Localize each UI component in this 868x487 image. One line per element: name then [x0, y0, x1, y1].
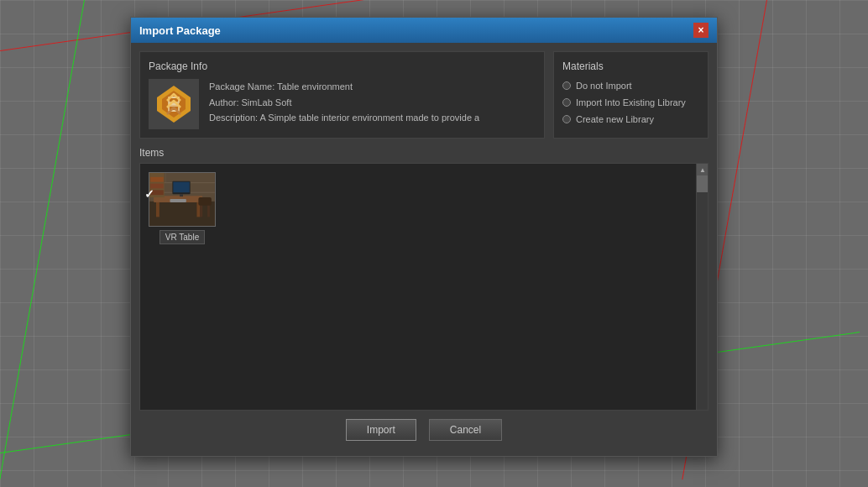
- dialog-titlebar: Import Package ×: [131, 18, 717, 43]
- simlab-logo: [149, 79, 199, 129]
- scrollbar-arrow-up[interactable]: ▲: [697, 164, 709, 175]
- svg-rect-18: [180, 194, 183, 196]
- items-section: Items ✓: [139, 147, 709, 411]
- package-details: Package Name: Table environment Author: …: [209, 79, 479, 126]
- svg-rect-19: [170, 199, 186, 202]
- item-thumbnail: [149, 172, 216, 227]
- list-item[interactable]: ✓: [149, 172, 216, 244]
- radio-label-do-not-import: Do not Import: [576, 81, 632, 91]
- package-info-label: Package Info: [149, 60, 536, 72]
- dialog-title: Import Package: [139, 24, 221, 37]
- scrollbar-thumb[interactable]: [697, 175, 709, 192]
- svg-rect-17: [173, 182, 189, 193]
- item-label: VR Table: [159, 230, 205, 244]
- radio-circle-do-not-import: [562, 81, 571, 90]
- svg-rect-20: [198, 197, 212, 206]
- top-section: Package Info: [139, 51, 709, 139]
- materials-panel: Materials Do not Import Import Into Exis…: [553, 51, 709, 139]
- dialog-footer: Import Cancel: [139, 411, 709, 448]
- radio-label-import-existing: Import Into Existing Library: [576, 97, 686, 107]
- radio-circle-import-existing: [562, 98, 571, 107]
- items-content: ✓: [140, 164, 708, 253]
- close-button[interactable]: ×: [693, 23, 709, 38]
- items-label: Items: [139, 147, 709, 159]
- dialog-body: Package Info: [131, 43, 717, 456]
- svg-rect-22: [207, 206, 210, 217]
- svg-rect-24: [150, 177, 164, 182]
- package-description: Description: A Simple table interior env…: [209, 110, 479, 126]
- package-author: Author: SimLab Soft: [209, 95, 479, 111]
- items-panel: ✓: [139, 163, 709, 411]
- package-info-content: Package Name: Table environment Author: …: [149, 79, 536, 129]
- items-scrollbar[interactable]: ▲: [696, 164, 708, 410]
- import-button[interactable]: Import: [346, 419, 416, 441]
- svg-rect-21: [200, 206, 202, 217]
- import-package-dialog: Import Package × Package Info: [130, 17, 718, 457]
- radio-import-existing[interactable]: Import Into Existing Library: [562, 97, 699, 107]
- radio-create-new[interactable]: Create new Library: [562, 114, 699, 124]
- radio-do-not-import[interactable]: Do not Import: [562, 81, 699, 91]
- radio-label-create-new: Create new Library: [576, 114, 654, 124]
- radio-circle-create-new: [562, 115, 571, 123]
- cancel-button[interactable]: Cancel: [429, 419, 502, 441]
- item-checkmark: ✓: [144, 187, 154, 201]
- package-info-panel: Package Info: [139, 51, 545, 139]
- svg-rect-14: [156, 202, 159, 217]
- materials-label: Materials: [562, 60, 699, 72]
- package-name: Package Name: Table environment: [209, 79, 479, 95]
- materials-radio-group: Do not Import Import Into Existing Libra…: [562, 81, 699, 124]
